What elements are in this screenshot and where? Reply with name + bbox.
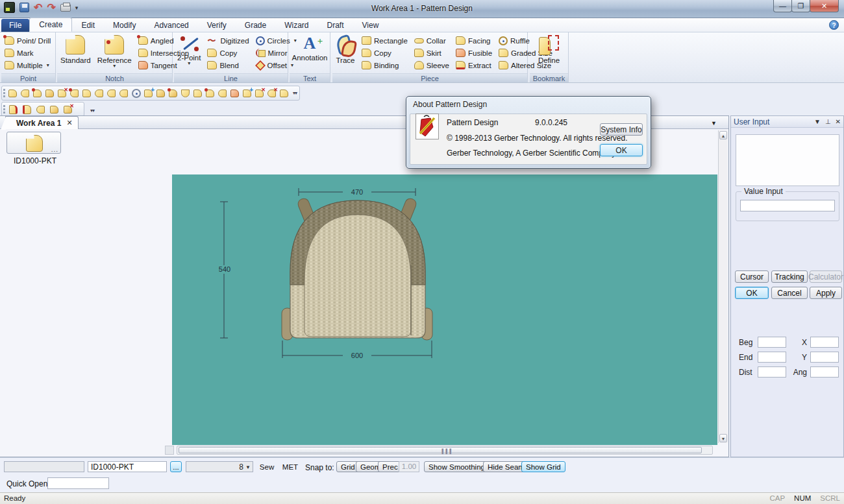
sleeve-button[interactable]: Sleeve — [412, 60, 451, 71]
digitized-line-button[interactable]: Digitized — [205, 35, 251, 46]
horizontal-scrollbar[interactable]: ▐▐▐ — [177, 446, 713, 455]
toolbar-grip[interactable] — [3, 105, 5, 114]
toolbar2-icon-5[interactable] — [62, 103, 74, 115]
thumbnail-more-icon[interactable]: ... — [51, 146, 58, 153]
tab-verify[interactable]: Verify — [198, 19, 236, 32]
browse-button[interactable]: ... — [170, 461, 182, 472]
sew-button[interactable]: Sew — [255, 461, 279, 472]
tab-modify[interactable]: Modify — [104, 19, 145, 32]
tab-file[interactable]: File — [1, 19, 29, 32]
dialog-ok-button[interactable]: OK — [600, 144, 643, 156]
show-grid-button[interactable]: Show Grid — [521, 461, 565, 472]
toolbar-icon-10[interactable] — [118, 87, 129, 99]
tab-view[interactable]: View — [353, 19, 388, 32]
collar-button[interactable]: Collar — [412, 35, 451, 46]
rectangle-piece-button[interactable]: Rectangle — [360, 35, 410, 46]
panel-close-icon[interactable]: ✕ — [836, 118, 841, 125]
tab-advanced[interactable]: Advanced — [145, 19, 197, 32]
toolbar2-icon-3[interactable] — [34, 103, 47, 115]
extract-button[interactable]: Extract — [454, 60, 494, 71]
annotation-button[interactable]: A+Annotation — [289, 32, 331, 73]
x-field[interactable] — [810, 337, 839, 348]
toolbar2-icon-2[interactable] — [21, 103, 33, 115]
standard-notch-button[interactable]: Standard — [57, 32, 94, 73]
ang-field[interactable] — [810, 366, 839, 378]
piece-thumbnail[interactable]: ... — [6, 132, 61, 154]
toolbar-icon-23[interactable] — [279, 87, 290, 99]
tab-grade[interactable]: Grade — [236, 19, 275, 32]
drawing-canvas[interactable]: 470 540 600 — [172, 174, 717, 445]
dist-field[interactable] — [758, 366, 786, 378]
ok-button[interactable]: OK — [735, 287, 769, 299]
tab-list-dropdown-icon[interactable]: ▼ — [711, 120, 717, 126]
tab-create[interactable]: Create — [29, 18, 72, 32]
copy-line-button[interactable]: Copy — [205, 47, 251, 58]
tab-edit[interactable]: Edit — [72, 19, 104, 32]
calculator-button[interactable]: Calculator — [810, 270, 842, 283]
close-button[interactable]: ✕ — [810, 0, 839, 12]
end-field[interactable] — [758, 352, 786, 363]
panel-menu-icon[interactable]: ▼ — [814, 118, 821, 125]
toolbar2-overflow-icon[interactable]: ▾▾ — [90, 108, 94, 114]
toolbar-icon-5[interactable] — [56, 87, 68, 99]
two-point-line-button[interactable]: 2-Point▾ — [174, 32, 204, 73]
toolbar-icon-6[interactable] — [69, 87, 80, 99]
copy-piece-button[interactable]: Copy — [360, 47, 410, 58]
point-drill-button[interactable]: Point/ Drill — [3, 35, 54, 46]
scroll-up-icon[interactable]: ▲ — [719, 131, 727, 139]
toolbar-icon-22[interactable] — [266, 87, 277, 99]
tab-draft[interactable]: Draft — [318, 19, 353, 32]
pin-icon[interactable]: ⊥ — [825, 118, 831, 125]
close-tab-icon[interactable]: ✕ — [66, 119, 72, 127]
toolbar-icon-18[interactable] — [217, 87, 228, 99]
toolbar2-icon-4[interactable] — [48, 103, 60, 115]
tab-work-area-1[interactable]: Work Area 1 ✕ — [5, 116, 79, 129]
toolbar-icon-14[interactable] — [168, 87, 179, 99]
maximize-button[interactable]: ❐ — [791, 0, 810, 12]
define-bookmark-button[interactable]: Define — [535, 32, 563, 73]
tab-wizard[interactable]: Wizard — [275, 19, 317, 32]
toolbar-icon-7[interactable] — [81, 87, 92, 99]
toolbar-icon-17[interactable] — [205, 87, 216, 99]
toolbar-icon-4[interactable] — [44, 87, 55, 99]
facing-button[interactable]: Facing — [454, 35, 494, 46]
toolbar-icon-20[interactable] — [242, 87, 253, 99]
toolbar-icon-9[interactable] — [106, 87, 117, 99]
toolbar-icon-8[interactable] — [93, 87, 105, 99]
toolbar-icon-21[interactable] — [254, 87, 265, 99]
help-icon[interactable]: ? — [829, 20, 839, 30]
cursor-button[interactable]: Cursor — [735, 270, 769, 283]
piece-name-field[interactable] — [88, 461, 167, 472]
blend-line-button[interactable]: Blend — [205, 60, 251, 71]
scroll-down-icon[interactable]: ▼ — [719, 434, 727, 442]
toolbar-icon-15[interactable] — [180, 87, 191, 99]
toolbar-icon-1[interactable] — [7, 87, 18, 99]
toolbar-icon-11[interactable] — [130, 87, 142, 99]
toolbar-icon-19[interactable] — [229, 87, 240, 99]
system-info-button[interactable]: System Info — [600, 123, 643, 136]
value-input-field[interactable] — [740, 200, 835, 211]
reference-notch-button[interactable]: Reference▾ — [94, 32, 135, 73]
toolbar-icon-2[interactable] — [19, 87, 31, 99]
size-dropdown[interactable]: 8▼ — [186, 461, 253, 472]
trace-button[interactable]: Trace — [332, 32, 358, 73]
show-smoothing-button[interactable]: Show Smoothing — [424, 461, 490, 472]
met-button[interactable]: MET — [279, 461, 301, 472]
fusible-button[interactable]: Fusible — [454, 47, 494, 58]
binding-button[interactable]: Binding — [360, 60, 410, 71]
beg-field[interactable] — [758, 337, 786, 348]
toolbar-icon-13[interactable] — [155, 87, 166, 99]
skirt-button[interactable]: Skirt — [412, 47, 451, 58]
mark-button[interactable]: Mark — [3, 47, 54, 58]
y-field[interactable] — [810, 352, 839, 363]
toolbar-overflow-icon[interactable]: ▾▾ — [293, 90, 297, 96]
toolbar-icon-12[interactable] — [143, 87, 154, 99]
multiple-button[interactable]: Multiple▾ — [3, 60, 54, 71]
apply-button[interactable]: Apply — [810, 287, 842, 299]
minimize-button[interactable]: — — [773, 0, 792, 12]
tracking-button[interactable]: Tracking — [771, 270, 808, 283]
vertical-scrollbar[interactable]: ▲ ▼ — [718, 130, 728, 443]
toolbar-icon-16[interactable] — [192, 87, 203, 99]
quick-open-field[interactable] — [47, 477, 109, 489]
toolbar-icon-3[interactable] — [32, 87, 43, 99]
